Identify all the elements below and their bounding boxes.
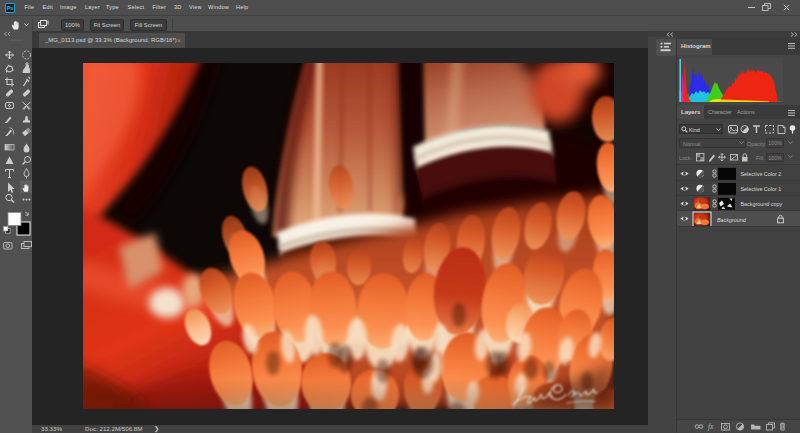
svg-text:Background: Background bbox=[717, 216, 747, 222]
svg-text:Selective Color 2: Selective Color 2 bbox=[741, 171, 782, 177]
svg-text:Background copy: Background copy bbox=[741, 201, 783, 207]
svg-text:fx: fx bbox=[708, 422, 714, 431]
svg-text:Selective Color 1: Selective Color 1 bbox=[741, 186, 782, 192]
